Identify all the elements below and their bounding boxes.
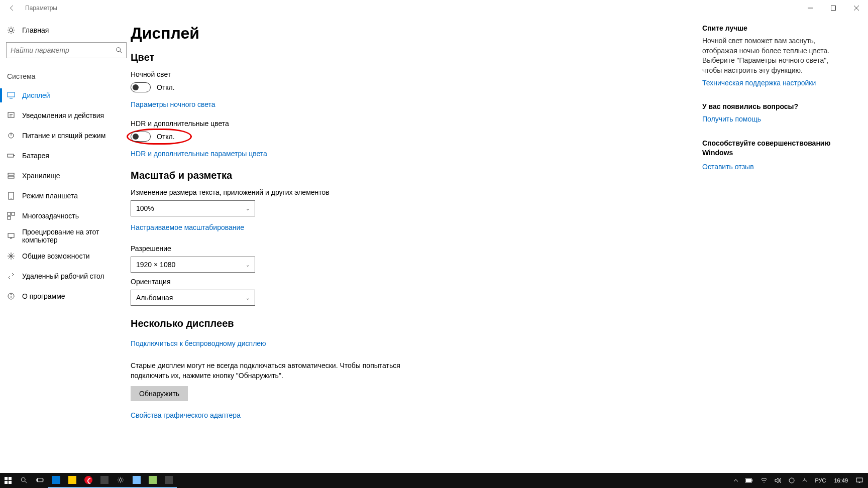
resolution-value: 1920 × 1080	[136, 261, 175, 269]
taskbar-app-settings[interactable]	[113, 473, 129, 488]
sidebar-item-label: Удаленный рабочий стол	[22, 272, 104, 280]
remote-icon	[7, 272, 15, 280]
page-title: Дисплей	[131, 24, 583, 43]
svg-rect-28	[9, 481, 12, 484]
sidebar-item-multitask[interactable]: Многозадачность	[0, 206, 131, 226]
taskbar-app-7[interactable]	[161, 473, 177, 488]
aside-sleep-link[interactable]: Техническая поддержка настройки	[702, 78, 838, 88]
svg-rect-26	[9, 477, 12, 480]
svg-rect-31	[38, 478, 43, 482]
taskbar-app-explorer[interactable]	[64, 473, 80, 488]
sidebar-item-display[interactable]: Дисплей	[0, 85, 131, 105]
maximize-button[interactable]	[822, 0, 845, 16]
night-light-settings-link[interactable]: Параметры ночного света	[131, 100, 215, 108]
svg-rect-40	[856, 478, 862, 482]
svg-rect-36	[751, 479, 752, 481]
svg-rect-25	[5, 477, 8, 480]
tray-battery-icon[interactable]	[743, 473, 755, 488]
sidebar-item-power[interactable]: Питание и спящий режим	[0, 126, 131, 146]
taskbar-taskview[interactable]	[32, 473, 48, 488]
custom-scaling-link[interactable]: Настраиваемое масштабирование	[131, 223, 244, 231]
search-icon	[112, 43, 126, 58]
orientation-select[interactable]: Альбомная ⌄	[131, 290, 255, 306]
aside-questions-link[interactable]: Получить помощь	[702, 114, 838, 125]
sidebar-item-tablet[interactable]: Режим планшета	[0, 186, 131, 206]
scale-select[interactable]: 100% ⌄	[131, 200, 255, 216]
resolution-label: Разрешение	[131, 245, 583, 253]
search-input[interactable]	[7, 43, 112, 58]
taskbar-search[interactable]	[16, 473, 32, 488]
night-light-toggle[interactable]	[131, 82, 151, 92]
tray-language[interactable]: РУС	[813, 473, 828, 488]
sidebar-item-battery[interactable]: Батарея	[0, 146, 131, 166]
section-color: Цвет	[131, 52, 583, 63]
info-icon	[7, 292, 15, 300]
sidebar-item-projection[interactable]: Проецирование на этот компьютер	[0, 226, 131, 246]
svg-rect-21	[8, 233, 14, 237]
svg-line-30	[25, 481, 27, 483]
svg-point-38	[789, 478, 794, 483]
svg-point-4	[10, 29, 13, 32]
sidebar-home-label: Главная	[22, 26, 49, 34]
aside-improve-link[interactable]: Оставить отзыв	[702, 162, 838, 172]
tray-app-icon-1[interactable]	[787, 473, 797, 488]
tablet-icon	[7, 192, 15, 200]
wireless-display-link[interactable]: Подключиться к беспроводному дисплею	[131, 339, 266, 347]
sidebar-item-label: Хранилище	[22, 172, 60, 180]
tray-clock[interactable]: 16:49	[831, 477, 851, 483]
taskbar-app-opera[interactable]	[80, 473, 96, 488]
detect-button[interactable]: Обнаружить	[131, 386, 188, 401]
hdr-state: Откл.	[157, 133, 175, 141]
scale-label: Изменение размера текста, приложений и д…	[131, 188, 583, 196]
main-content: Дисплей Цвет Ночной свет Откл. Параметры…	[131, 24, 603, 463]
section-multi: Несколько дисплеев	[131, 318, 583, 329]
taskbar-app-word[interactable]	[48, 473, 64, 488]
svg-rect-12	[8, 154, 14, 157]
svg-rect-13	[14, 155, 15, 156]
sidebar-item-label: Питание и спящий режим	[22, 132, 105, 140]
sidebar-item-remote[interactable]: Удаленный рабочий стол	[0, 266, 131, 286]
orientation-value: Альбомная	[136, 294, 173, 302]
taskbar-app-5[interactable]	[129, 473, 145, 488]
hdr-toggle[interactable]	[131, 132, 151, 142]
resolution-select[interactable]: 1920 × 1080 ⌄	[131, 257, 255, 273]
taskbar-app-6[interactable]	[145, 473, 161, 488]
svg-point-5	[117, 48, 121, 52]
chevron-down-icon: ⌄	[246, 262, 250, 268]
sidebar-item-label: О программе	[22, 292, 65, 300]
hdr-settings-link[interactable]: HDR и дополнительные параметры цвета	[131, 150, 267, 158]
sidebar-home[interactable]: Главная	[6, 22, 125, 42]
aside-sleep-text: Ночной свет поможет вам заснуть, отображ…	[702, 36, 838, 75]
start-button[interactable]	[0, 473, 16, 488]
back-button[interactable]	[0, 0, 24, 16]
search-input-wrap[interactable]	[6, 42, 127, 58]
taskbar-app-obs[interactable]	[96, 473, 113, 488]
scale-value: 100%	[136, 204, 154, 212]
tray-action-center[interactable]	[854, 473, 865, 488]
tray-overflow[interactable]	[731, 473, 740, 488]
aside-sleep-heading: Спите лучше	[702, 24, 838, 32]
svg-point-34	[119, 478, 122, 481]
system-tray: РУС 16:49	[728, 473, 868, 488]
sidebar-item-about[interactable]: О программе	[0, 286, 131, 306]
sidebar-item-shared[interactable]: Общие возможности	[0, 246, 131, 266]
projection-icon	[7, 232, 15, 240]
display-icon	[7, 91, 15, 99]
hdr-label: HDR и дополнительные цвета	[131, 119, 583, 128]
close-button[interactable]	[845, 0, 868, 16]
tray-app-icon-2[interactable]	[800, 473, 810, 488]
tray-wifi-icon[interactable]	[758, 473, 770, 488]
aside-improve-heading: Способствуйте совершенствованию Windows	[702, 139, 838, 158]
minimize-button[interactable]	[799, 0, 822, 16]
sidebar-item-storage[interactable]: Хранилище	[0, 166, 131, 186]
aside: Спите лучше Ночной свет поможет вам засн…	[702, 24, 853, 463]
adapter-properties-link[interactable]: Свойства графического адаптера	[131, 411, 241, 419]
svg-point-29	[21, 477, 25, 481]
multitask-icon	[7, 212, 15, 220]
tray-volume-icon[interactable]	[773, 473, 784, 488]
sidebar-item-label: Дисплей	[22, 91, 50, 99]
svg-rect-27	[5, 481, 8, 484]
shared-icon	[7, 252, 15, 260]
sidebar-item-notifications[interactable]: Уведомления и действия	[0, 105, 131, 126]
svg-rect-37	[746, 479, 751, 482]
